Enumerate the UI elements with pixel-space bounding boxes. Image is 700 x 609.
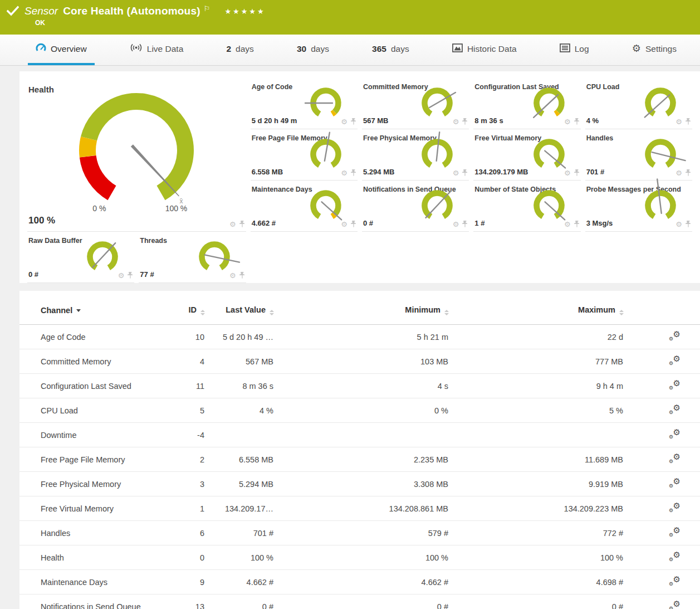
- gauge-pin-icon[interactable]: [462, 169, 468, 177]
- gauge-value: 5 d 20 h 49 m: [252, 116, 297, 125]
- channel-row-committed-memory[interactable]: Committed Memory4567 MB103 MB777 MB⚙⚙: [19, 349, 700, 374]
- channel-settings-gear-icon[interactable]: ⚙⚙: [669, 454, 681, 464]
- column-header-minimum[interactable]: Minimum: [274, 305, 449, 325]
- gauge-settings-gear-icon[interactable]: ⚙: [118, 272, 125, 279]
- channel-settings-gear-icon[interactable]: ⚙⚙: [669, 478, 681, 488]
- channel-id: 10: [172, 325, 205, 349]
- channel-settings-gear-icon[interactable]: ⚙⚙: [669, 552, 681, 562]
- channel-settings-gear-icon[interactable]: ⚙⚙: [669, 331, 681, 341]
- channel-row-handles[interactable]: Handles6701 #579 #772 #⚙⚙: [19, 521, 700, 545]
- gauge-settings-gear-icon[interactable]: ⚙: [453, 169, 459, 177]
- channel-row-maintenance-days[interactable]: Maintenance Days94.662 #4.662 #4.698 #⚙⚙: [19, 570, 700, 595]
- gauge-settings-gear-icon[interactable]: ⚙: [341, 221, 347, 228]
- gauge-settings-gear-icon[interactable]: ⚙: [229, 272, 236, 279]
- channel-name[interactable]: Handles: [19, 521, 172, 545]
- channel-row-health[interactable]: Health0100 %100 %100 %⚙⚙: [19, 545, 700, 570]
- gauge-tile-cpu-load: CPU Load4 %⚙: [585, 78, 692, 129]
- channel-id: 5: [172, 398, 205, 423]
- tab-days-2[interactable]: 2days: [218, 35, 261, 65]
- flag-icon[interactable]: ⚐: [204, 5, 211, 12]
- gauge-pin-icon[interactable]: [351, 118, 356, 125]
- gauge-pin-icon[interactable]: [239, 272, 245, 279]
- gauge-pin-icon[interactable]: [686, 169, 691, 177]
- gauge-tile-number-of-state-objects: Number of State Objects1 #⚙: [473, 181, 580, 232]
- pin-icon: [462, 118, 468, 125]
- channel-name[interactable]: Notifications in Send Queue: [19, 595, 172, 609]
- gauge-pin-icon[interactable]: [462, 118, 468, 125]
- channel-settings-gear-icon[interactable]: ⚙⚙: [669, 503, 681, 513]
- channel-id: 6: [172, 521, 205, 545]
- gauge-pin-icon[interactable]: [686, 118, 691, 125]
- gauge-pin-icon[interactable]: [351, 221, 356, 228]
- tab-label: Settings: [645, 44, 677, 54]
- channel-last-value: [205, 423, 274, 447]
- gauge-settings-gear-icon[interactable]: ⚙: [675, 221, 682, 228]
- tab-historic-data[interactable]: Historic Data: [444, 35, 525, 65]
- column-header-id[interactable]: ID: [172, 305, 205, 325]
- channel-name[interactable]: Maintenance Days: [19, 570, 172, 595]
- live-icon: [130, 43, 143, 55]
- channel-row-free-physical-memory[interactable]: Free Physical Memory35.294 MB3.308 MB9.9…: [19, 472, 700, 496]
- tab-live-data[interactable]: Live Data: [122, 35, 191, 65]
- channel-settings-gear-icon[interactable]: ⚙⚙: [669, 527, 681, 537]
- gauge-needle: [204, 255, 239, 262]
- gauge-settings-gear-icon[interactable]: ⚙: [453, 221, 459, 228]
- channel-row-notifications-in-send-queue[interactable]: Notifications in Send Queue130 #0 #0 #⚙⚙: [19, 595, 700, 609]
- channel-name[interactable]: CPU Load: [19, 398, 172, 423]
- gauge-pin-icon[interactable]: [574, 118, 580, 125]
- channel-settings-gear-icon[interactable]: ⚙⚙: [669, 576, 681, 586]
- column-header-maximum[interactable]: Maximum: [449, 305, 624, 325]
- gauge-settings-gear-icon[interactable]: ⚙: [229, 221, 236, 228]
- channel-settings-gear-icon[interactable]: ⚙⚙: [669, 429, 681, 439]
- channel-row-free-virtual-memory[interactable]: Free Virtual Memory1134.209.17…134.208.8…: [19, 496, 700, 521]
- gauge-settings-gear-icon[interactable]: ⚙: [341, 169, 347, 177]
- channel-last-value: 4.662 #: [205, 570, 274, 595]
- tab-days-365[interactable]: 365days: [364, 35, 417, 65]
- channel-settings-gear-icon[interactable]: ⚙⚙: [669, 601, 681, 609]
- gauge-settings-gear-icon[interactable]: ⚙: [564, 221, 571, 228]
- gauge-pin-icon[interactable]: [128, 272, 133, 279]
- channel-maximum: 22 d: [449, 325, 624, 349]
- column-header-channel[interactable]: Channel: [19, 305, 172, 325]
- tab-settings[interactable]: ⚙Settings: [624, 35, 684, 65]
- gauge-settings-gear-icon[interactable]: ⚙: [341, 118, 347, 125]
- channel-row-downtime[interactable]: Downtime-4⚙⚙: [19, 423, 700, 447]
- channel-settings-gear-icon[interactable]: ⚙⚙: [669, 405, 681, 415]
- channel-name[interactable]: Configuration Last Saved: [19, 374, 172, 398]
- tab-days-30[interactable]: 30days: [289, 35, 337, 65]
- gauge-settings-gear-icon[interactable]: ⚙: [453, 118, 459, 125]
- priority-stars[interactable]: ★★★★★: [224, 7, 265, 16]
- channel-name[interactable]: Health: [19, 545, 172, 570]
- tab-log[interactable]: Log: [552, 35, 597, 65]
- gauge-pin-icon[interactable]: [351, 169, 356, 177]
- channel-name[interactable]: Committed Memory: [19, 349, 172, 374]
- gauge-pin-icon[interactable]: [574, 169, 580, 177]
- channel-name[interactable]: Downtime: [19, 423, 172, 447]
- channel-row-cpu-load[interactable]: CPU Load54 %0 %5 %⚙⚙: [19, 398, 700, 423]
- gauge-pin-icon[interactable]: [686, 221, 691, 228]
- pin-icon: [574, 169, 580, 177]
- channel-last-value: 6.558 MB: [205, 447, 274, 472]
- pin-icon: [239, 272, 245, 279]
- tab-label: days: [311, 44, 329, 54]
- gauge-settings-gear-icon[interactable]: ⚙: [564, 118, 571, 125]
- channel-row-age-of-code[interactable]: Age of Code105 d 20 h 49 …5 h 21 m22 d⚙⚙: [19, 325, 700, 349]
- gauge-pin-icon[interactable]: [574, 221, 580, 228]
- gauge-pin-icon[interactable]: [462, 221, 468, 228]
- channel-row-free-page-file-memory[interactable]: Free Page File Memory26.558 MB2.235 MB11…: [19, 447, 700, 472]
- gauge-pin-icon[interactable]: [239, 221, 245, 228]
- sort-toggle-icon: [270, 310, 274, 315]
- channel-settings-gear-icon[interactable]: ⚙⚙: [669, 355, 681, 366]
- column-header-last-value[interactable]: Last Value: [205, 305, 274, 325]
- channel-settings-gear-icon[interactable]: ⚙⚙: [669, 380, 681, 390]
- channel-name[interactable]: Free Virtual Memory: [19, 496, 172, 521]
- gauge-settings-gear-icon[interactable]: ⚙: [675, 118, 682, 125]
- channel-name[interactable]: Age of Code: [19, 325, 172, 349]
- gauge-tile-free-physical-memory: Free Physical Memory5.294 MB⚙: [362, 129, 469, 181]
- channel-name[interactable]: Free Physical Memory: [19, 472, 172, 496]
- tab-overview[interactable]: Overview: [28, 35, 95, 65]
- gauge-settings-gear-icon[interactable]: ⚙: [675, 169, 682, 177]
- gauge-settings-gear-icon[interactable]: ⚙: [564, 169, 571, 177]
- channel-name[interactable]: Free Page File Memory: [19, 447, 172, 472]
- channel-row-configuration-last-saved[interactable]: Configuration Last Saved118 m 36 s4 s9 h…: [19, 374, 700, 398]
